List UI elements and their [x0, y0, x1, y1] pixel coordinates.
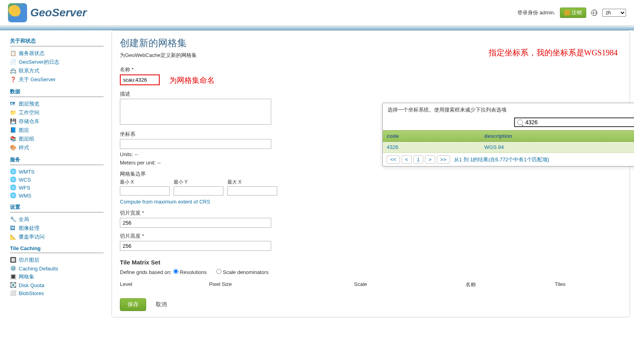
annotation-name: 为网格集命名 [169, 76, 215, 84]
crs-input[interactable] [120, 139, 271, 149]
sidebar-item[interactable]: 覆盖率访问 [10, 233, 104, 241]
main-panel: 指定坐标系，我的坐标系是WGS1984 创建新的网格集 为GeoWebCache… [108, 30, 634, 325]
pager-last[interactable]: >> [437, 155, 450, 164]
sidebar-item-label: 关于 GeoServer [19, 76, 55, 83]
sidebar-item-label: 图层预览 [19, 100, 39, 108]
sidebar-item[interactable]: 切片图层 [10, 256, 104, 264]
sidebar-item-label: 图层 [19, 127, 29, 134]
sidebar-section-title: 关于和状态 [10, 37, 104, 47]
sidebar-item-label: 样式 [19, 144, 29, 151]
col-name: 名称 [466, 281, 555, 288]
matrix-table-header: Level Pixel Size Scale 名称 Tiles [120, 281, 622, 288]
ic-about-icon [10, 76, 16, 83]
header-gradient [0, 25, 634, 30]
sidebar-item[interactable]: 图像处理 [10, 224, 104, 233]
crs-code[interactable]: 4326 [383, 142, 480, 153]
topbar: GeoServer 登录身份 admin. 注销 zh [0, 0, 634, 22]
compute-link[interactable]: Compute from maximum extent of CRS [120, 199, 210, 205]
radio-resolutions[interactable] [173, 269, 178, 274]
sidebar-item[interactable]: WMTS [10, 168, 104, 176]
col-code[interactable]: code [383, 131, 480, 141]
col-desc[interactable]: description [480, 131, 634, 141]
bounds-row: 最小 X 最小 Y 最大 X [120, 179, 622, 196]
logout-label: 注销 [571, 9, 582, 16]
language-select[interactable]: zh [602, 9, 626, 17]
button-row: 保存 取消 [120, 298, 622, 311]
col-tiles: Tiles [555, 281, 622, 288]
sidebar-item-label: 网格集 [19, 273, 34, 280]
sidebar-item[interactable]: 图层组 [10, 135, 104, 143]
sidebar-section-title: 数据 [10, 88, 104, 97]
ic-contact-icon [10, 68, 16, 74]
pager-next[interactable]: > [425, 155, 435, 164]
maxx-label: 最大 X [227, 179, 277, 186]
sidebar-item[interactable]: GeoServer的日志 [10, 58, 104, 67]
crs-popup-title: 选择一个坐标系统。使用搜索框来减少下拉列表选项 [387, 106, 507, 114]
ic-workspace-icon [10, 110, 16, 116]
ic-wfs-icon [10, 184, 16, 191]
crs-pager: << < 1 > >> 从1 到 1的结果(在6,772个中有1个匹配项) [383, 153, 634, 166]
sidebar-item[interactable]: 全局 [10, 215, 104, 224]
logout-button[interactable]: 注销 [560, 8, 586, 18]
cancel-button[interactable]: 取消 [156, 301, 167, 307]
name-input[interactable] [120, 74, 160, 85]
sidebar-item-label: 覆盖率访问 [19, 233, 45, 241]
sidebar-item-label: 工作空间 [19, 109, 39, 116]
crs-search-input[interactable] [525, 119, 634, 125]
pager-first[interactable]: << [387, 155, 400, 164]
ic-layergroup-icon [10, 136, 16, 142]
miny-input[interactable] [174, 186, 223, 196]
ic-preview-icon [10, 101, 16, 107]
desc-textarea[interactable] [120, 99, 271, 125]
sidebar-item[interactable]: 联系方式 [10, 67, 104, 75]
sidebar-item[interactable]: 工作空间 [10, 108, 104, 117]
ic-log-icon [10, 59, 16, 65]
col-level: Level [120, 281, 209, 288]
ic-wmts-icon [10, 168, 16, 175]
sidebar-item[interactable]: WMS [10, 192, 104, 200]
crs-desc[interactable]: WGS 84 [480, 142, 634, 153]
user-controls: 登录身份 admin. 注销 zh [517, 8, 626, 18]
pager-prev[interactable]: < [401, 155, 412, 164]
pager-curr[interactable]: 1 [413, 155, 423, 164]
sidebar-item[interactable]: BlobStores [10, 289, 104, 297]
logo-text: GeoServer [30, 6, 87, 19]
crs-table-head: code description [383, 130, 634, 142]
pager-info: 从1 到 1的结果(在6,772个中有1个匹配项) [454, 156, 549, 163]
panel-box: 指定坐标系，我的坐标系是WGS1984 创建新的网格集 为GeoWebCache… [112, 30, 630, 317]
sidebar-item[interactable]: 图层预览 [10, 100, 104, 108]
logout-icon [564, 10, 570, 16]
sidebar-item[interactable]: Caching Defaults [10, 264, 104, 272]
ic-layer-icon [10, 127, 16, 133]
ic-server-icon [10, 50, 16, 57]
sidebar-item-label: WFS [19, 185, 30, 191]
search-icon [517, 119, 523, 125]
maxx-input[interactable] [227, 186, 277, 196]
minx-input[interactable] [120, 186, 170, 196]
miny-label: 最小 Y [174, 179, 223, 186]
sidebar-item-label: 图层组 [19, 135, 34, 143]
ic-wcs-icon [10, 176, 16, 183]
tilew-input[interactable] [120, 218, 271, 228]
col-scale: Scale [354, 281, 466, 288]
sidebar-section-title: 设置 [10, 204, 104, 213]
save-button[interactable]: 保存 [120, 298, 146, 311]
sidebar-item-label: 切片图层 [19, 256, 39, 264]
sidebar-item[interactable]: 存储仓库 [10, 117, 104, 126]
sidebar-item[interactable]: WCS [10, 176, 104, 184]
bounds-label: 网格集边界 [120, 170, 622, 178]
sidebar-item[interactable]: 关于 GeoServer [10, 75, 104, 84]
sidebar-item[interactable]: 图层 [10, 126, 104, 135]
desc-label: 描述 [120, 90, 622, 98]
sidebar-item-label: 联系方式 [19, 67, 39, 74]
tileh-input[interactable] [120, 241, 271, 251]
sidebar-item-label: BlobStores [19, 290, 44, 296]
sidebar-item[interactable]: 网格集 [10, 272, 104, 281]
radio-scale[interactable] [216, 269, 221, 274]
sidebar-item[interactable]: 样式 [10, 143, 104, 152]
ic-coverage-icon [10, 234, 16, 240]
sidebar-item[interactable]: 服务器状态 [10, 49, 104, 58]
sidebar-item[interactable]: Disk Quota [10, 281, 104, 289]
crs-row[interactable]: 4326 WGS 84 [383, 142, 634, 153]
sidebar-item[interactable]: WFS [10, 184, 104, 192]
